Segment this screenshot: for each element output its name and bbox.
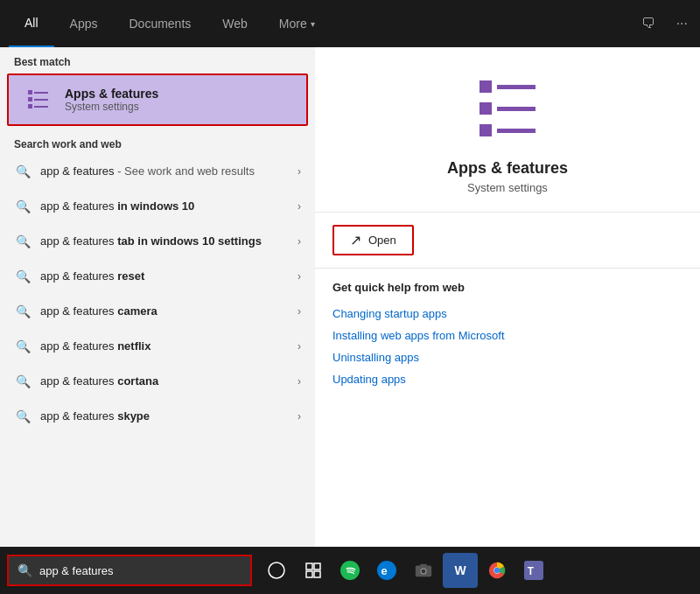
svg-rect-13 xyxy=(306,563,312,570)
open-icon: ↗ xyxy=(350,232,361,248)
svg-rect-2 xyxy=(28,104,32,108)
quick-help-link-1[interactable]: Installing web apps from Microsoft xyxy=(332,325,682,346)
feedback-icon[interactable]: 🗨 xyxy=(638,12,659,35)
taskbar-chrome[interactable] xyxy=(480,553,514,588)
svg-rect-10 xyxy=(497,107,536,111)
result-text-4: app & features camera xyxy=(40,304,298,319)
chevron-right-0: › xyxy=(298,165,301,178)
result-item-5[interactable]: 🔍 app & features netflix › xyxy=(0,329,315,364)
chevron-right-1: › xyxy=(298,200,301,213)
svg-text:T: T xyxy=(528,565,535,577)
top-nav: All Apps Documents Web More ▾ 🗨 ··· xyxy=(0,0,700,47)
app-detail-subtitle: System settings xyxy=(467,181,548,194)
result-item-2[interactable]: 🔍 app & features tab in windows 10 setti… xyxy=(0,224,315,259)
tab-apps[interactable]: Apps xyxy=(54,0,114,47)
result-text-2: app & features tab in windows 10 setting… xyxy=(40,234,298,249)
best-match-title: Apps & features xyxy=(65,87,158,101)
taskbar-edge[interactable]: e xyxy=(369,553,404,588)
more-options-icon[interactable]: ··· xyxy=(673,12,691,35)
result-item-7[interactable]: 🔍 app & features skype › xyxy=(0,399,315,434)
chevron-right-6: › xyxy=(298,375,301,388)
tab-all[interactable]: All xyxy=(9,0,54,47)
best-match-item[interactable]: Apps & features System settings xyxy=(7,73,308,126)
result-text-6: app & features cortana xyxy=(40,374,298,389)
svg-rect-6 xyxy=(480,80,492,93)
search-icon-4: 🔍 xyxy=(14,303,32,320)
result-item-0[interactable]: 🔍 app & features - See work and web resu… xyxy=(0,154,315,189)
main-content: Best match Apps & features System settin… xyxy=(0,47,700,547)
result-text-3: app & features reset xyxy=(40,269,298,284)
right-panel: Apps & features System settings ↗ Open G… xyxy=(315,47,700,547)
svg-point-22 xyxy=(422,570,426,574)
svg-rect-5 xyxy=(34,106,48,108)
result-item-1[interactable]: 🔍 app & features in windows 10 › xyxy=(0,189,315,224)
best-match-text: Apps & features System settings xyxy=(65,87,158,113)
tab-web[interactable]: Web xyxy=(206,0,263,47)
chevron-down-icon: ▾ xyxy=(311,19,315,29)
svg-rect-11 xyxy=(497,129,536,133)
nav-icons: 🗨 ··· xyxy=(638,12,691,35)
result-text-1: app & features in windows 10 xyxy=(40,199,298,214)
taskbar-spotify[interactable] xyxy=(332,553,368,588)
svg-point-26 xyxy=(494,568,500,573)
taskbar-search-box[interactable]: 🔍 xyxy=(7,555,252,586)
search-icon-0: 🔍 xyxy=(14,163,32,180)
best-match-label: Best match xyxy=(0,47,315,73)
svg-rect-15 xyxy=(306,571,312,577)
quick-help-link-0[interactable]: Changing startup apps xyxy=(332,303,682,325)
result-item-4[interactable]: 🔍 app & features camera › xyxy=(0,294,315,329)
svg-rect-9 xyxy=(497,85,536,89)
app-detail: Apps & features System settings xyxy=(315,47,700,213)
result-text-7: app & features skype xyxy=(40,409,298,424)
chevron-right-5: › xyxy=(298,340,301,353)
quick-help-link-2[interactable]: Uninstalling apps xyxy=(332,346,682,368)
chevron-right-2: › xyxy=(298,235,301,248)
search-icon-6: 🔍 xyxy=(14,373,32,390)
taskview-squares[interactable] xyxy=(296,553,331,588)
taskbar-search-input[interactable] xyxy=(39,564,242,577)
apps-features-icon xyxy=(23,84,54,115)
taskbar-teams[interactable]: T xyxy=(516,553,551,588)
open-button[interactable]: ↗ Open xyxy=(332,225,414,255)
svg-rect-16 xyxy=(314,571,320,577)
quick-help-section: Get quick help from web Changing startup… xyxy=(315,269,700,402)
search-icon-5: 🔍 xyxy=(14,338,32,355)
app-detail-icon xyxy=(472,73,542,147)
result-item-6[interactable]: 🔍 app & features cortana › xyxy=(0,364,315,399)
taskbar-search-icon: 🔍 xyxy=(18,563,32,577)
quick-help-link-3[interactable]: Updating apps xyxy=(332,368,682,390)
svg-rect-4 xyxy=(34,99,48,101)
search-icon-1: 🔍 xyxy=(14,198,32,215)
svg-rect-3 xyxy=(34,92,48,94)
web-section-label: Search work and web xyxy=(0,129,315,154)
taskbar: 🔍 e xyxy=(0,547,700,594)
svg-rect-0 xyxy=(28,90,32,94)
tab-more[interactable]: More ▾ xyxy=(263,0,331,47)
svg-rect-14 xyxy=(314,563,320,570)
result-item-3[interactable]: 🔍 app & features reset › xyxy=(0,259,315,294)
result-text-0: app & features - See work and web result… xyxy=(40,164,298,179)
best-match-subtitle: System settings xyxy=(65,101,158,113)
search-icon-7: 🔍 xyxy=(14,408,32,425)
svg-rect-7 xyxy=(480,102,492,115)
taskbar-camera[interactable] xyxy=(406,553,441,588)
taskview-button[interactable] xyxy=(259,553,294,588)
open-btn-row: ↗ Open xyxy=(315,213,700,269)
search-icon-3: 🔍 xyxy=(14,268,32,285)
svg-rect-23 xyxy=(420,564,426,567)
tab-documents[interactable]: Documents xyxy=(113,0,206,47)
svg-point-12 xyxy=(269,563,284,578)
chevron-right-4: › xyxy=(298,305,301,318)
search-icon-2: 🔍 xyxy=(14,233,32,250)
left-panel: Best match Apps & features System settin… xyxy=(0,47,315,547)
chevron-right-7: › xyxy=(298,410,301,423)
app-detail-title: Apps & features xyxy=(447,159,568,178)
result-text-5: app & features netflix xyxy=(40,339,298,354)
quick-help-title: Get quick help from web xyxy=(332,281,682,294)
svg-rect-1 xyxy=(28,97,32,101)
svg-rect-8 xyxy=(480,124,492,136)
svg-text:e: e xyxy=(382,564,388,577)
taskbar-word[interactable]: W xyxy=(443,553,478,588)
chevron-right-3: › xyxy=(298,270,301,283)
